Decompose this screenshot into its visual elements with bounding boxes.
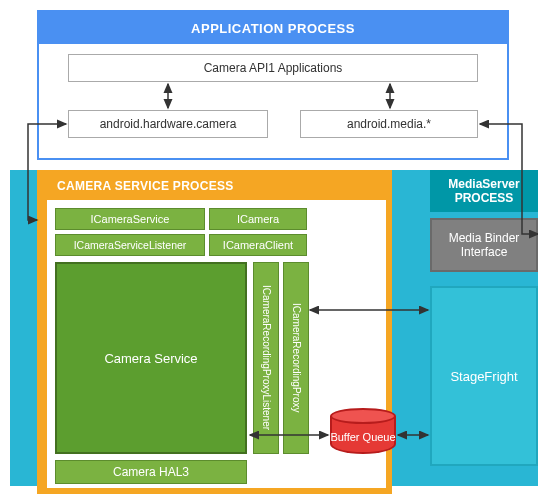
- icamera-service-box: ICameraService: [55, 208, 205, 230]
- camera-service-box: Camera Service: [55, 262, 247, 454]
- buffer-queue-label: Buffer Queue: [330, 422, 396, 452]
- camera-api-apps-box: Camera API1 Applications: [68, 54, 478, 82]
- icamera-service-listener-box: ICameraServiceListener: [55, 234, 205, 256]
- architecture-diagram: APPLICATION PROCESS Camera API1 Applicat…: [10, 10, 538, 494]
- media-binder-interface-box: Media Binder Interface: [430, 218, 538, 272]
- android-hardware-camera-box: android.hardware.camera: [68, 110, 268, 138]
- icamera-recording-proxy-listener-box: ICameraRecordingProxyListener: [253, 262, 279, 454]
- camera-service-process-title: CAMERA SERVICE PROCESS: [39, 172, 390, 200]
- application-process-title: APPLICATION PROCESS: [39, 12, 507, 44]
- stagefright-box: StageFright: [430, 286, 538, 466]
- buffer-queue-cylinder: Buffer Queue: [330, 408, 396, 462]
- android-media-box: android.media.*: [300, 110, 478, 138]
- icamera-box: ICamera: [209, 208, 307, 230]
- mediaserver-process-title: MediaServer PROCESS: [430, 170, 538, 212]
- camera-hal3-box: Camera HAL3: [55, 460, 247, 484]
- media-binder-text: Media Binder Interface: [432, 231, 536, 260]
- icamera-recording-proxy-box: ICameraRecordingProxy: [283, 262, 309, 454]
- mediaserver-process-title-text: MediaServer PROCESS: [430, 177, 538, 206]
- icamera-client-box: ICameraClient: [209, 234, 307, 256]
- stagefright-text: StageFright: [450, 369, 517, 384]
